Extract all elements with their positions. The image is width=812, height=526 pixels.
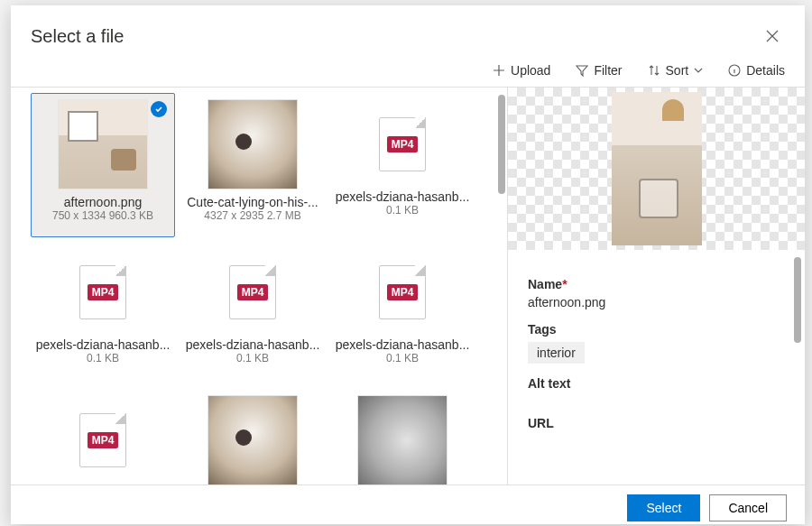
image-thumbnail [58, 99, 148, 189]
file-meta: 750 x 1334 960.3 KB [35, 209, 171, 222]
file-tile[interactable]: afternoon.png750 x 1334 960.3 KB [31, 93, 175, 237]
dialog-title: Select a file [31, 26, 760, 47]
file-meta: 0.1 KB [335, 352, 470, 365]
details-panel: Name* afternoon.png Tags interior Alt te… [507, 88, 805, 484]
details-body: Name* afternoon.png Tags interior Alt te… [508, 250, 805, 484]
name-field-value[interactable]: afternoon.png [528, 295, 785, 309]
file-name: Cute-cat-lying-on-his-... [185, 195, 320, 209]
file-tile[interactable]: MP4pexels-dziana-hasanb...0.1 KB [31, 241, 175, 385]
image-thumbnail [208, 99, 298, 189]
file-tile[interactable]: MP4pexels-dziana-hasanb...0.1 KB [330, 93, 475, 237]
mp4-badge: MP4 [387, 284, 419, 300]
sort-button[interactable]: Sort [648, 63, 704, 78]
image-thumbnail [208, 395, 298, 484]
file-name: pexels-dziana-hasanb... [185, 337, 320, 352]
mp4-badge: MP4 [88, 284, 119, 300]
file-tile[interactable] [330, 389, 475, 484]
file-name: pexels-dziana-hasanb... [35, 337, 171, 352]
file-meta: 0.1 KB [35, 352, 171, 365]
tags-field-label: Tags [528, 322, 785, 337]
sort-label: Sort [666, 63, 689, 78]
content-area: afternoon.png750 x 1334 960.3 KBCute-cat… [11, 88, 805, 484]
close-icon [766, 30, 779, 42]
info-icon [728, 64, 741, 77]
mp4-file-icon: MP4 [379, 117, 426, 171]
details-scrollbar[interactable] [794, 257, 801, 343]
preview-area [508, 88, 805, 250]
mp4-file-icon: MP4 [79, 265, 126, 319]
file-grid: afternoon.png750 x 1334 960.3 KBCute-cat… [11, 88, 507, 484]
file-tile[interactable] [180, 389, 325, 484]
tag-chip-interior[interactable]: interior [528, 342, 585, 364]
file-picker-dialog: Select a file Upload Filter Sort Details… [11, 5, 805, 524]
url-field-label: URL [528, 416, 785, 430]
file-name: pexels-dziana-hasanb... [335, 337, 470, 352]
dialog-header: Select a file [11, 5, 805, 58]
grid-scrollbar[interactable] [498, 95, 505, 194]
preview-thumbnail [612, 92, 702, 245]
alttext-field-label: Alt text [528, 376, 785, 391]
required-asterisk: * [562, 277, 567, 291]
select-button[interactable]: Select [627, 494, 700, 521]
image-thumbnail [357, 395, 448, 484]
file-meta: 0.1 KB [335, 204, 470, 217]
file-meta: 0.1 KB [185, 352, 320, 365]
mp4-file-icon: MP4 [79, 413, 126, 467]
details-label: Details [746, 63, 785, 78]
file-tile[interactable]: MP4pexels-dziana-hasanb...0.1 KB [180, 241, 325, 385]
mp4-file-icon: MP4 [379, 265, 426, 319]
filter-button[interactable]: Filter [576, 63, 622, 78]
upload-label: Upload [511, 63, 550, 78]
dialog-footer: Select Cancel [11, 484, 805, 526]
file-name: pexels-dziana-hasanb... [335, 189, 470, 204]
mp4-badge: MP4 [387, 136, 419, 152]
mp4-badge: MP4 [88, 432, 119, 448]
name-field-label: Name* [528, 277, 785, 291]
upload-button[interactable]: Upload [493, 63, 550, 78]
filter-label: Filter [594, 63, 622, 78]
filter-icon [576, 64, 588, 77]
toolbar: Upload Filter Sort Details [11, 58, 805, 88]
close-button[interactable] [760, 23, 785, 49]
plus-icon [493, 64, 505, 77]
file-tile[interactable]: MP4pexels-dziana-hasanb...0.1 KB [330, 241, 475, 385]
file-grid-wrap: afternoon.png750 x 1334 960.3 KBCute-cat… [11, 88, 507, 484]
file-tile[interactable]: Cute-cat-lying-on-his-...4327 x 2935 2.7… [180, 93, 325, 237]
sort-icon [648, 64, 660, 77]
file-meta: 4327 x 2935 2.7 MB [185, 209, 320, 222]
mp4-file-icon: MP4 [229, 265, 276, 319]
file-tile[interactable]: MP4 [31, 389, 175, 484]
cancel-button[interactable]: Cancel [709, 494, 787, 521]
chevron-down-icon [694, 66, 703, 75]
mp4-badge: MP4 [237, 284, 269, 300]
selected-check-icon [151, 101, 167, 117]
details-button[interactable]: Details [728, 63, 785, 78]
file-name: afternoon.png [35, 195, 171, 209]
